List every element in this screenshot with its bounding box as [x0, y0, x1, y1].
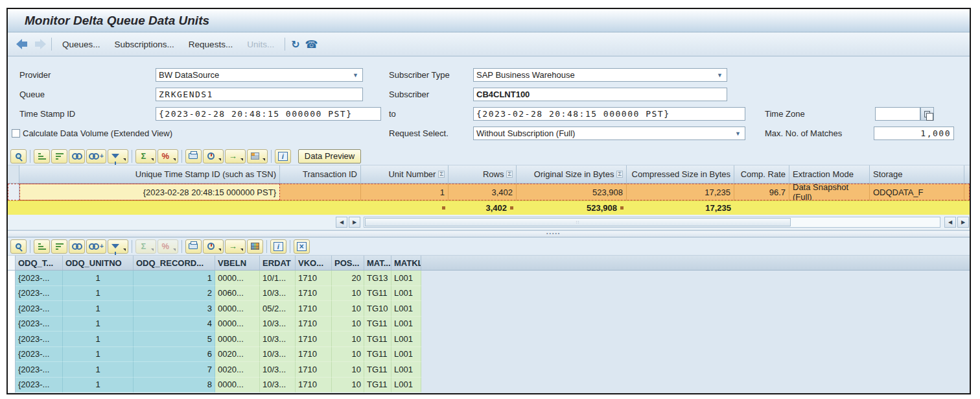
grid2-cell[interactable]: 1710 [296, 332, 332, 347]
data-preview-button[interactable]: Data Preview [298, 149, 361, 163]
grid1-cell[interactable]: 3,402 [449, 184, 517, 200]
grid2-cell[interactable]: L001 [391, 317, 421, 332]
grid2-cell[interactable]: L001 [391, 286, 421, 302]
grid2-cell[interactable]: L001 [391, 271, 421, 286]
grid2-cell[interactable]: 0020... [215, 347, 260, 363]
grid2-cell[interactable]: TG11 [364, 362, 391, 378]
grid2-cell[interactable]: 1710 [296, 347, 332, 363]
grid1-column-header[interactable]: Comp. Rate [734, 165, 789, 183]
row-selector-cell[interactable] [8, 378, 16, 393]
grid1-column-header[interactable]: RowsΣ [449, 165, 517, 183]
grid2-cell[interactable]: 1 [63, 286, 134, 302]
grid2-cell[interactable]: 10 [332, 286, 364, 302]
grid2-cell[interactable]: 10 [332, 317, 364, 332]
grid2-cell[interactable]: TG11 [364, 286, 391, 302]
row-selector-cell[interactable] [8, 347, 16, 363]
grid2-column-header[interactable]: ERDAT [260, 256, 296, 270]
sort-desc-button[interactable] [51, 149, 67, 163]
layout-button[interactable] [247, 149, 268, 163]
grid2-row[interactable]: {2023-...130000...05/2...171010TG10L001 [8, 301, 970, 317]
grid2-cell[interactable]: 1710 [296, 378, 332, 393]
grid2-cell[interactable]: 0000... [215, 317, 260, 332]
grid1-cell[interactable] [280, 184, 361, 200]
row-selector-cell[interactable] [8, 362, 16, 378]
queue-input[interactable]: ZRKGENDS1 [156, 88, 363, 101]
row-selector-cell[interactable] [8, 271, 16, 286]
calc-volume-checkbox[interactable] [12, 129, 20, 138]
grid2-cell[interactable]: 0020... [215, 362, 260, 378]
grid2-cell[interactable]: {2023-... [16, 271, 63, 286]
call-log-icon[interactable]: ☎ [303, 38, 321, 51]
grid2-cell[interactable]: 1710 [296, 317, 332, 332]
grid2-cell[interactable]: 10/3... [260, 362, 296, 378]
grid1-cell[interactable]: {2023-02-28 20:48:15 000000 PST} [19, 184, 280, 200]
row-selector-cell[interactable] [8, 332, 16, 347]
row-selector-cell[interactable] [8, 301, 16, 317]
grid2-row[interactable]: {2023-...110000...10/1...171020TG13L001 [8, 271, 970, 286]
grid-layout-button[interactable] [247, 239, 263, 254]
grid1-column-header[interactable]: Extraction Mode [789, 165, 870, 183]
grid2-cell[interactable]: 10 [332, 301, 364, 317]
grid2-cell[interactable]: 10 [332, 378, 364, 393]
grid2-row[interactable]: {2023-...180000...10/3...171010TG11L001 [8, 378, 970, 393]
print-button[interactable] [185, 239, 202, 254]
grid2-cell[interactable]: {2023-... [16, 317, 63, 332]
grid2-cell[interactable]: {2023-... [16, 347, 63, 363]
grid2-column-header[interactable]: ODQ_UNITNO [63, 256, 134, 270]
grid2-cell[interactable]: 05/2... [260, 301, 296, 317]
grid2-cell[interactable]: 1 [63, 362, 134, 378]
find-button[interactable] [69, 239, 85, 254]
grid2-cell[interactable]: L001 [391, 378, 421, 393]
grid2-cell[interactable]: 1 [63, 301, 134, 317]
details-button[interactable] [10, 239, 27, 254]
grid2-cell[interactable]: 10/3... [260, 378, 296, 393]
views-button[interactable] [203, 149, 224, 163]
grid1-cell[interactable]: 17,235 [627, 184, 734, 200]
time-zone-input[interactable] [875, 107, 920, 121]
scroll-left-icon[interactable]: ◀ [944, 217, 956, 228]
filter-button[interactable] [108, 149, 128, 163]
grid2-row[interactable]: {2023-...170020...10/3...171010TG11L001 [8, 362, 970, 378]
grid2-cell[interactable]: 2 [134, 286, 215, 302]
grid2-cell[interactable]: 1710 [296, 301, 332, 317]
grid2-column-header[interactable]: ODQ_RECORD... [134, 256, 215, 270]
grid2-cell[interactable]: {2023-... [16, 362, 63, 378]
subscriber-type-select[interactable]: SAP Business Warehouse▼ [473, 68, 727, 82]
find-next-button[interactable]: + [86, 149, 106, 163]
provider-select[interactable]: BW DataSource▼ [156, 68, 363, 82]
horizontal-scrollbar-track[interactable]: ∷ [364, 217, 940, 228]
grid2-cell[interactable]: 10 [332, 362, 364, 378]
grid2-cell[interactable]: 4 [134, 317, 215, 332]
grid2-cell[interactable]: L001 [391, 347, 421, 363]
grid2-cell[interactable]: {2023-... [16, 301, 63, 317]
pane-splitter[interactable]: ••••• [8, 230, 970, 237]
export-button[interactable]: → [225, 149, 246, 163]
grid2-cell[interactable]: 0060... [215, 286, 260, 302]
grid1-cell[interactable]: ODQDATA_F [870, 184, 964, 200]
timestamp-to-input[interactable]: {2023-02-28 20:48:15 000000 PST} [473, 107, 745, 121]
grid2-cell[interactable]: 0000... [215, 378, 260, 393]
back-arrow-icon[interactable] [16, 39, 29, 49]
scroll-left-icon[interactable]: ◀ [336, 217, 347, 228]
print-button[interactable] [185, 149, 202, 163]
grid2-cell[interactable]: TG11 [364, 347, 391, 363]
grid2-cell[interactable]: 1710 [296, 286, 332, 302]
filter-button[interactable] [108, 239, 128, 254]
grid2-cell[interactable]: 5 [134, 332, 215, 347]
info-button[interactable]: i [275, 149, 291, 163]
row-selector-cell[interactable] [8, 184, 19, 200]
row-selector-cell[interactable] [8, 256, 16, 270]
grid1-column-header[interactable]: Transaction ID [280, 165, 361, 183]
grid2-cell[interactable]: 1710 [296, 271, 332, 286]
grid2-cell[interactable]: 7 [134, 362, 215, 378]
grid2-column-header[interactable]: MAT... [364, 256, 391, 270]
row-selector-cell[interactable] [8, 201, 19, 215]
time-zone-help-button[interactable] [920, 107, 934, 121]
grid2-cell[interactable]: TG10 [364, 301, 391, 317]
subscriptions-button[interactable]: Subscriptions... [108, 36, 181, 52]
info-button[interactable]: i [270, 239, 286, 254]
grid2-column-header[interactable]: MATKL [391, 256, 421, 270]
grid2-cell[interactable]: 10/3... [260, 286, 296, 302]
grid2-cell[interactable]: TG13 [364, 271, 391, 286]
row-selector-cell[interactable] [8, 317, 16, 332]
